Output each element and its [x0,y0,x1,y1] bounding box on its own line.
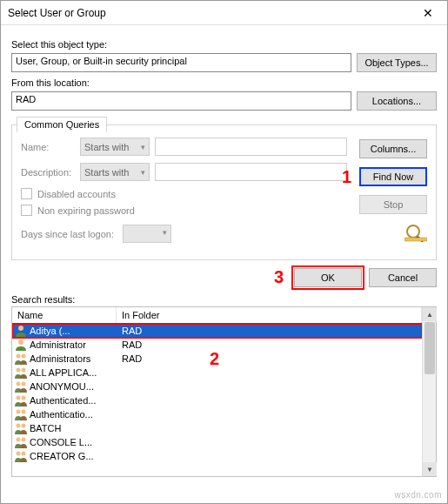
row-name-cell: Authenticatio... [12,407,117,421]
annotation-marker-1: 1 [342,167,351,187]
svg-point-11 [17,396,21,400]
name-filter-input[interactable] [155,138,347,156]
group-icon [14,435,28,449]
row-name-text: ANONYMOU... [30,381,94,392]
disabled-accounts-label: Disabled accounts [37,189,116,199]
svg-point-8 [22,368,26,373]
annotation-marker-2: 2 [210,349,219,369]
name-filter-label: Name: [21,142,75,152]
row-name-cell: ALL APPLICA... [12,366,117,380]
description-filter-input[interactable] [155,163,347,181]
columns-button[interactable]: Columns... [359,139,427,158]
name-mode-select[interactable]: Starts with [80,138,150,156]
common-queries-panel: Common Queries Name: Starts with Descrip… [11,124,437,260]
window-title: Select User or Group [1,7,409,19]
annotation-marker-3: 3 [274,267,284,287]
scroll-down-icon[interactable]: ▼ [423,462,437,476]
row-name-cell: Aditya (... [12,324,117,338]
group-icon [14,352,28,366]
svg-point-5 [17,354,21,359]
row-name-cell: CREATOR G... [12,449,117,463]
svg-point-18 [22,438,26,442]
svg-point-15 [17,424,21,428]
row-name-cell: Administrator [12,338,117,352]
user-icon [14,338,28,352]
svg-point-17 [17,438,21,442]
row-name-cell: Authenticated... [12,393,117,407]
results-header: Name In Folder [12,307,422,324]
row-name-text: Administrators [30,353,90,364]
disabled-accounts-checkbox[interactable] [21,188,32,199]
scroll-up-icon[interactable]: ▲ [423,307,437,321]
svg-point-4 [18,339,23,345]
table-row[interactable]: CREATOR G... [12,449,422,463]
svg-point-13 [17,410,21,414]
dialog-body: Select this object type: User, Group, or… [1,25,447,477]
object-type-label: Select this object type: [11,39,437,50]
svg-point-19 [17,452,21,456]
group-icon [14,421,28,435]
row-name-text: Administrator [30,339,86,350]
locations-button[interactable]: Locations... [357,91,437,111]
svg-point-12 [22,396,26,400]
row-name-text: Authenticatio... [30,409,93,420]
location-label: From this location: [11,77,437,88]
group-icon [14,380,28,393]
stop-button[interactable]: Stop [359,195,427,214]
days-since-logon-select[interactable] [123,225,171,243]
search-results-label: Search results: [11,294,437,305]
group-icon [14,449,28,463]
svg-point-9 [17,382,21,386]
row-folder-cell: RAD [117,326,422,336]
object-types-button[interactable]: Object Types... [357,53,437,72]
row-name-text: Authenticated... [30,395,96,406]
find-now-button[interactable]: Find Now [359,167,427,186]
table-row[interactable]: Authenticated... [12,393,422,407]
common-queries-tab[interactable]: Common Queries [17,117,107,132]
description-filter-label: Description: [21,167,75,178]
dialog-window: Select User or Group ✕ Select this objec… [0,0,448,504]
table-row[interactable]: CONSOLE L... [12,435,422,449]
column-header-name[interactable]: Name [12,307,117,323]
description-mode-select[interactable]: Starts with [80,163,150,181]
row-name-text: ALL APPLICA... [30,367,97,378]
svg-point-3 [18,326,23,331]
row-name-cell: CONSOLE L... [12,435,117,449]
svg-point-16 [22,424,26,428]
row-name-text: Aditya (... [30,326,70,336]
table-row[interactable]: Authenticatio... [12,407,422,421]
row-name-text: CONSOLE L... [30,437,92,447]
titlebar: Select User or Group ✕ [1,1,447,25]
non-expiring-label: Non expiring password [37,205,135,216]
scroll-thumb[interactable] [425,322,435,374]
svg-point-0 [407,225,419,238]
results-scrollbar[interactable]: ▲ ▼ [422,307,436,476]
group-icon [14,366,28,380]
column-header-folder[interactable]: In Folder [117,307,422,323]
row-folder-cell: RAD [117,339,422,350]
location-input[interactable]: RAD [11,91,351,111]
table-row[interactable]: ANONYMOU... [12,380,422,393]
svg-point-14 [22,410,26,414]
svg-point-6 [22,354,26,359]
table-row[interactable]: Aditya (...RAD [12,324,422,338]
row-name-cell: Administrators [12,352,117,366]
ok-button[interactable]: OK [294,268,362,287]
svg-point-7 [17,368,21,373]
table-row[interactable]: BATCH [12,421,422,435]
row-name-cell: ANONYMOU... [12,380,117,393]
results-listview: Name In Folder Aditya (...RADAdministrat… [11,306,437,477]
close-icon[interactable]: ✕ [409,1,447,25]
watermark-text: wsxdn.com [394,490,442,500]
row-folder-cell: RAD [117,353,422,364]
svg-rect-2 [405,238,427,241]
user-icon [14,324,28,338]
row-name-text: CREATOR G... [30,451,94,461]
row-name-text: BATCH [30,423,61,433]
non-expiring-checkbox[interactable] [21,205,32,216]
group-icon [14,393,28,407]
svg-point-20 [22,452,26,456]
row-name-cell: BATCH [12,421,117,435]
object-type-input[interactable]: User, Group, or Built-in security princi… [11,53,351,72]
cancel-button[interactable]: Cancel [369,268,437,287]
